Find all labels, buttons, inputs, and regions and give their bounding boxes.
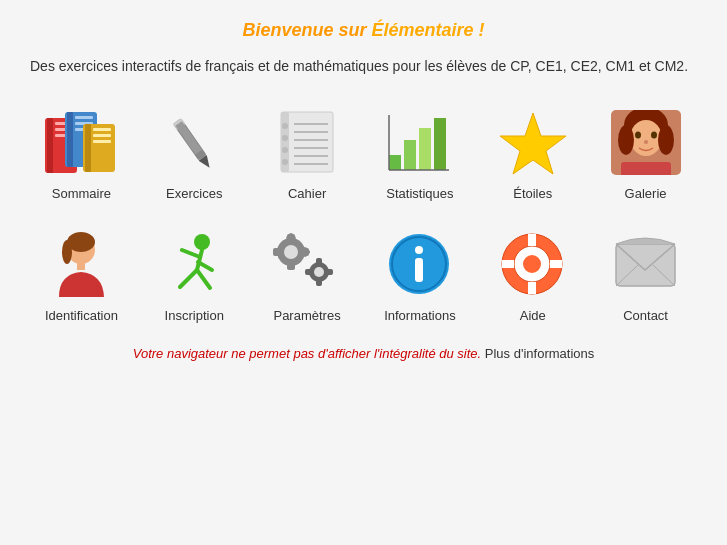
- svg-rect-11: [85, 124, 91, 172]
- informations-item[interactable]: Informations: [369, 219, 472, 331]
- svg-rect-32: [404, 140, 416, 170]
- svg-rect-12: [93, 128, 111, 131]
- cahier-icon: [267, 105, 347, 180]
- exercices-icon: [154, 105, 234, 180]
- svg-marker-37: [500, 113, 566, 174]
- svg-line-53: [182, 250, 200, 257]
- svg-rect-79: [616, 244, 675, 286]
- svg-rect-61: [273, 248, 283, 256]
- svg-point-73: [415, 246, 423, 254]
- page-title: Bienvenue sur Élémentaire !: [30, 20, 697, 41]
- svg-point-45: [644, 140, 648, 144]
- sommaire-icon: [41, 105, 121, 180]
- svg-point-30: [282, 159, 288, 165]
- galerie-label: Galerie: [625, 186, 667, 201]
- galerie-icon: [606, 105, 686, 180]
- svg-rect-46: [621, 162, 671, 175]
- identification-item[interactable]: Identification: [30, 219, 133, 331]
- svg-rect-74: [415, 258, 423, 282]
- exercices-item[interactable]: Exercices: [143, 97, 246, 209]
- inscription-label: Inscription: [165, 308, 224, 323]
- statistiques-label: Statistiques: [386, 186, 453, 201]
- svg-point-44: [651, 132, 657, 139]
- subtitle: Des exercices interactifs de français et…: [30, 56, 697, 77]
- identification-label: Identification: [45, 308, 118, 323]
- svg-rect-33: [419, 128, 431, 170]
- svg-rect-68: [316, 278, 322, 286]
- identification-icon: [41, 227, 121, 302]
- svg-line-54: [198, 262, 212, 270]
- parametres-item[interactable]: Paramètres: [256, 219, 359, 331]
- contact-item[interactable]: Contact: [594, 219, 697, 331]
- sommaire-label: Sommaire: [52, 186, 111, 201]
- svg-point-49: [62, 240, 72, 264]
- inscription-icon: [154, 227, 234, 302]
- parametres-icon: [267, 227, 347, 302]
- exercices-label: Exercices: [166, 186, 222, 201]
- aide-item[interactable]: Aide: [481, 219, 584, 331]
- title-prefix: Bienvenue sur: [242, 20, 371, 40]
- sommaire-item[interactable]: Sommaire: [30, 97, 133, 209]
- statistiques-item[interactable]: Statistiques: [369, 97, 472, 209]
- svg-rect-18: [175, 121, 202, 154]
- contact-icon: [606, 227, 686, 302]
- header: Bienvenue sur Élémentaire !: [30, 20, 697, 41]
- warning-bar: Votre navigateur ne permet pas d'affiche…: [30, 346, 697, 361]
- title-accent: Élémentaire !: [372, 20, 485, 40]
- svg-point-51: [194, 234, 210, 250]
- galerie-item[interactable]: Galerie: [594, 97, 697, 209]
- informations-icon: [380, 227, 460, 302]
- svg-line-52: [197, 250, 202, 270]
- svg-rect-70: [325, 269, 333, 275]
- svg-point-28: [282, 135, 288, 141]
- aide-icon: [493, 227, 573, 302]
- svg-point-42: [658, 125, 674, 155]
- svg-rect-6: [67, 112, 73, 167]
- svg-line-56: [197, 270, 210, 288]
- etoiles-label: Étoiles: [513, 186, 552, 201]
- aide-label: Aide: [520, 308, 546, 323]
- statistiques-icon: [380, 105, 460, 180]
- svg-rect-60: [287, 260, 295, 270]
- svg-rect-67: [316, 258, 322, 266]
- warning-link[interactable]: Plus d'informations: [481, 346, 594, 361]
- etoiles-icon: [493, 105, 573, 180]
- cahier-label: Cahier: [288, 186, 326, 201]
- svg-rect-34: [434, 118, 446, 170]
- cahier-item[interactable]: Cahier: [256, 97, 359, 209]
- parametres-label: Paramètres: [273, 308, 340, 323]
- svg-rect-13: [93, 134, 111, 137]
- svg-point-58: [284, 245, 298, 259]
- svg-rect-50: [77, 262, 85, 270]
- informations-label: Informations: [384, 308, 456, 323]
- svg-point-29: [282, 147, 288, 153]
- svg-point-41: [618, 125, 634, 155]
- svg-rect-14: [93, 140, 111, 143]
- svg-rect-69: [305, 269, 313, 275]
- svg-line-55: [180, 270, 197, 287]
- svg-point-66: [314, 267, 324, 277]
- svg-rect-1: [47, 118, 53, 173]
- main-container: Bienvenue sur Élémentaire ! Des exercice…: [0, 0, 727, 545]
- svg-point-27: [282, 123, 288, 129]
- contact-label: Contact: [623, 308, 668, 323]
- svg-rect-7: [75, 116, 93, 119]
- svg-point-43: [635, 132, 641, 139]
- etoiles-item[interactable]: Étoiles: [481, 97, 584, 209]
- icons-grid: Sommaire Exercices: [30, 97, 697, 331]
- warning-text: Votre navigateur ne permet pas d'affiche…: [133, 346, 481, 361]
- svg-rect-31: [389, 155, 401, 170]
- inscription-item[interactable]: Inscription: [143, 219, 246, 331]
